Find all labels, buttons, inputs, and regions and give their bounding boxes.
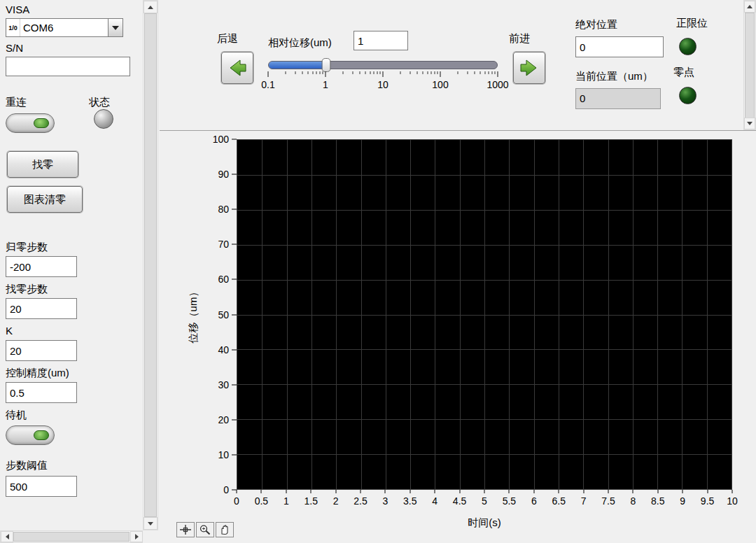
zero-point-label: 零点 bbox=[673, 66, 694, 79]
scroll-up-icon bbox=[148, 6, 153, 9]
status-label: 状态 bbox=[89, 96, 110, 109]
current-position-indicator: 0 bbox=[575, 88, 661, 109]
zoom-tool-button[interactable] bbox=[196, 522, 214, 537]
scroll-up-button[interactable] bbox=[144, 1, 158, 13]
standby-label: 待机 bbox=[6, 409, 27, 422]
scrollbar-corner bbox=[143, 530, 158, 543]
visa-combo-dropdown-button[interactable] bbox=[108, 19, 122, 36]
scroll-down-icon bbox=[747, 122, 752, 125]
back-label: 后退 bbox=[217, 32, 238, 45]
precision-label: 控制精度(um) bbox=[6, 367, 69, 380]
threshold-label: 步数阈值 bbox=[6, 459, 48, 472]
forward-arrow-icon bbox=[518, 57, 540, 78]
visa-combo-value: COM6 bbox=[20, 19, 108, 36]
home-steps-input[interactable] bbox=[6, 256, 77, 277]
visa-io-icon: 1/0 bbox=[6, 19, 20, 36]
absolute-position-label: 绝对位置 bbox=[575, 18, 617, 31]
slider-ticks bbox=[268, 71, 498, 78]
zoom-icon bbox=[199, 524, 211, 535]
k-label: K bbox=[6, 325, 13, 337]
positive-limit-led bbox=[679, 38, 696, 55]
sn-label: S/N bbox=[6, 42, 23, 54]
threshold-input[interactable] bbox=[6, 476, 77, 497]
dropdown-arrow-icon bbox=[112, 26, 119, 30]
scroll-left-icon bbox=[6, 534, 9, 540]
home-steps-label: 归零步数 bbox=[6, 241, 48, 254]
positive-limit-label: 正限位 bbox=[676, 17, 708, 30]
current-position-label: 当前位置（um） bbox=[575, 70, 653, 83]
scroll-down-button[interactable] bbox=[744, 118, 755, 129]
scroll-up-button[interactable] bbox=[744, 1, 755, 13]
visa-label: VISA bbox=[6, 3, 29, 15]
clear-chart-button[interactable]: 图表清零 bbox=[7, 186, 83, 213]
chart-x-axis-title: 时间(s) bbox=[414, 516, 554, 530]
sidebar-vertical-scrollbar[interactable] bbox=[143, 0, 158, 530]
find-zero-button[interactable]: 找零 bbox=[7, 151, 78, 178]
pan-tool-button[interactable] bbox=[216, 522, 234, 537]
scrollbar-thumb[interactable] bbox=[144, 13, 157, 517]
scroll-left-button[interactable] bbox=[1, 531, 13, 542]
panel-vertical-scrollbar[interactable] bbox=[743, 0, 756, 130]
relative-displacement-input[interactable] bbox=[354, 31, 408, 50]
reconnect-toggle[interactable] bbox=[6, 113, 55, 133]
standby-toggle[interactable] bbox=[6, 425, 55, 445]
sn-input[interactable] bbox=[6, 57, 130, 76]
toggle-knob-icon bbox=[34, 430, 49, 440]
reconnect-label: 重连 bbox=[6, 96, 27, 109]
back-button[interactable] bbox=[221, 52, 253, 84]
window: VISA 1/0 COM6 S/N 重连 状态 找零 图表清零 归零步数 找零步… bbox=[0, 0, 756, 543]
forward-label: 前进 bbox=[509, 32, 530, 45]
k-input[interactable] bbox=[6, 340, 77, 361]
findzero-steps-label: 找零步数 bbox=[6, 283, 48, 296]
slider-fill bbox=[269, 62, 326, 69]
plot-area[interactable] bbox=[237, 139, 732, 490]
slider-tick-labels: 0.11101001000 bbox=[268, 79, 498, 92]
sidebar-horizontal-scrollbar[interactable] bbox=[0, 530, 143, 543]
zero-point-led bbox=[679, 87, 696, 104]
x-tick-labels: 00.511.522.533.544.555.566.577.588.599.5… bbox=[237, 490, 732, 512]
scroll-right-button[interactable] bbox=[130, 531, 143, 542]
precision-input[interactable] bbox=[6, 382, 77, 403]
absolute-position-input[interactable] bbox=[575, 36, 664, 57]
crosshair-icon bbox=[179, 524, 192, 535]
panel-separator bbox=[160, 130, 756, 131]
forward-button[interactable] bbox=[513, 52, 545, 84]
visa-combo[interactable]: 1/0 COM6 bbox=[6, 18, 123, 37]
relative-displacement-slider[interactable] bbox=[268, 61, 498, 69]
scroll-down-icon bbox=[148, 522, 153, 526]
scrollbar-thumb[interactable] bbox=[745, 13, 755, 118]
y-tick-labels: 0102030405060708090100 bbox=[202, 139, 237, 490]
scroll-up-icon bbox=[747, 5, 752, 8]
scrollbar-thumb[interactable] bbox=[13, 532, 130, 542]
scroll-down-button[interactable] bbox=[144, 517, 158, 530]
findzero-steps-input[interactable] bbox=[6, 298, 77, 319]
back-arrow-icon bbox=[226, 57, 248, 78]
toggle-knob-icon bbox=[34, 118, 49, 128]
pan-hand-icon bbox=[218, 524, 231, 535]
scroll-right-icon bbox=[135, 534, 139, 540]
chart-y-axis-title: 位移（um） bbox=[187, 224, 201, 406]
status-led bbox=[94, 109, 113, 129]
relative-displacement-label: 相对位移(um) bbox=[268, 36, 332, 50]
cursor-tool-button[interactable] bbox=[176, 522, 195, 537]
slider-thumb[interactable] bbox=[321, 58, 330, 72]
